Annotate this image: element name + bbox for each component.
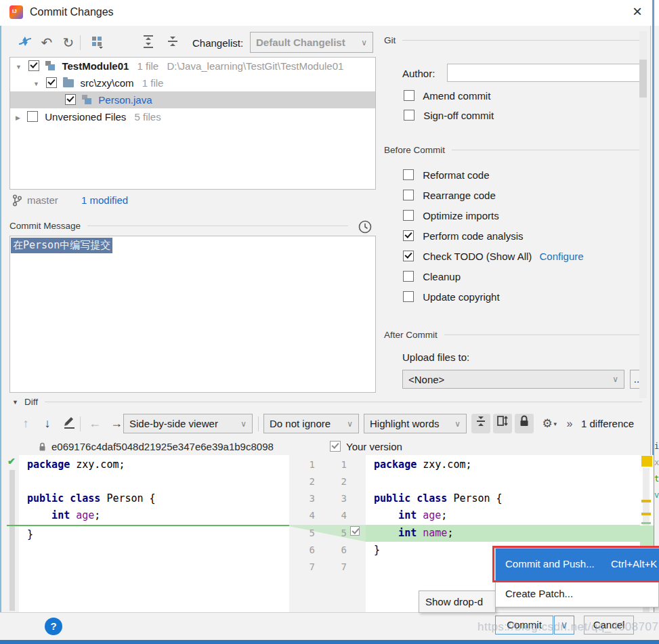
expand-triangle-icon[interactable]: ▶ — [16, 114, 20, 121]
diff-left-pane[interactable]: package zxy.com; public class Person { i… — [19, 455, 289, 613]
reformat-checkbox[interactable] — [403, 169, 414, 180]
rollback-icon[interactable]: ↶ — [38, 34, 56, 51]
commit-message-input[interactable]: 在Person中编写提交 — [9, 236, 376, 393]
commit-message-header: Commit Message — [9, 221, 348, 231]
amend-checkbox[interactable] — [404, 90, 414, 101]
right-line-number: 3 — [326, 490, 347, 507]
cleanup-checkbox[interactable] — [403, 271, 414, 282]
edit-source-icon[interactable] — [60, 414, 79, 433]
amend-commit-option[interactable]: Amend commit — [404, 90, 490, 105]
git-section-title: Git — [384, 35, 396, 45]
stripe-yellow-mark[interactable] — [641, 500, 651, 502]
git-section-header: Git — [384, 35, 641, 45]
modified-count-link[interactable]: 1 modified — [81, 194, 128, 206]
collapse-triangle-icon[interactable]: ▼ — [33, 81, 39, 87]
close-icon[interactable]: × — [626, 1, 649, 22]
analysis-checkbox[interactable] — [403, 230, 414, 241]
right-line-number: 2 — [326, 473, 347, 490]
edge-fragment: v — [654, 490, 659, 500]
analysis-label: Perform code analysis — [423, 230, 523, 242]
tree-row-package[interactable]: ▼ src\zxy\com 1 file — [10, 74, 375, 91]
lock-icon[interactable] — [515, 414, 534, 433]
stripe-yellow-mark[interactable] — [641, 513, 651, 515]
optimize-label: Optimize imports — [423, 210, 499, 221]
copyright-label: Update copyright — [423, 291, 499, 303]
refresh-icon[interactable]: ↻ — [60, 34, 77, 51]
unversioned-checkbox[interactable] — [27, 111, 38, 122]
option-cleanup[interactable]: Cleanup — [403, 271, 461, 286]
diff-collapse-triangle-icon[interactable]: ▼ — [12, 399, 18, 406]
diff-gutter: 1 2 3 4 5 6 7 1 2 3 4 5 6 7 — [289, 455, 366, 613]
left-line-number: 3 — [295, 490, 315, 507]
commit-button-tooltip: Show drop-d — [419, 591, 496, 613]
upload-target-dropdown[interactable]: <None> ∨ — [402, 370, 624, 389]
readonly-lock-icon — [38, 442, 47, 454]
changelist-value: Default Changelist — [256, 37, 345, 48]
include-change-checkbox[interactable] — [350, 526, 360, 536]
previous-difference-icon[interactable]: ↑ — [16, 414, 35, 433]
tree-row-unversioned[interactable]: ▶ Unversioned Files 5 files — [10, 108, 375, 125]
group-by-icon[interactable] — [88, 34, 106, 51]
collapse-triangle-icon[interactable]: ▼ — [16, 64, 22, 70]
edge-fragment: i — [654, 442, 659, 451]
options-scrollbar-track[interactable] — [639, 31, 647, 398]
menu-item-create-patch[interactable]: Create Patch... — [496, 582, 659, 607]
commit-changes-dialog: Commit Changes × ↶ ↻ — [0, 0, 659, 644]
author-field[interactable] — [447, 64, 646, 82]
whitespace-dropdown[interactable]: Do not ignore ∨ — [263, 414, 359, 433]
more-actions-icon[interactable]: » — [564, 414, 576, 433]
toolbar-separator — [258, 416, 259, 431]
signoff-commit-option[interactable]: Sign-off commit — [404, 110, 494, 125]
viewer-mode-dropdown[interactable]: Side-by-side viewer ∨ — [123, 414, 253, 433]
tree-row-module[interactable]: ▼ TestModule01 1 file D:\Java_learning\T… — [10, 58, 375, 74]
package-checkbox[interactable] — [46, 77, 57, 88]
option-reformat-code[interactable]: Reformat code — [403, 169, 490, 184]
message-history-icon[interactable] — [358, 219, 373, 236]
sync-scroll-icon[interactable] — [493, 414, 512, 433]
left-revision-hash: e069176c4daf5048d21925e347e6e39a1b9c8098 — [51, 441, 274, 452]
collapse-all-icon[interactable] — [164, 34, 182, 51]
left-line-number: 7 — [295, 559, 315, 576]
after-commit-header: After Commit — [384, 330, 641, 340]
options-scrollbar-thumb[interactable] — [639, 60, 647, 98]
highlight-mode-dropdown[interactable]: Highlight words ∨ — [364, 414, 467, 433]
optimize-checkbox[interactable] — [403, 210, 414, 221]
after-commit-title: After Commit — [384, 330, 438, 340]
copyright-checkbox[interactable] — [403, 291, 414, 302]
watermark-text: https://blog.csdn.net/qq_46087070 — [477, 620, 659, 634]
todo-checkbox[interactable] — [403, 251, 414, 261]
module-name: TestModule01 — [62, 60, 129, 72]
module-file-count: 1 file — [137, 60, 159, 72]
expand-all-icon[interactable] — [140, 34, 157, 51]
viewer-mode-value: Side-by-side viewer — [129, 418, 218, 429]
next-difference-icon[interactable]: ↓ — [38, 414, 57, 433]
file-checkbox[interactable] — [65, 94, 76, 105]
java-file-icon — [82, 95, 92, 105]
show-diff-icon[interactable] — [16, 34, 34, 51]
intellij-logo-icon — [9, 5, 23, 19]
tree-row-file-selected[interactable]: Person.java — [10, 91, 375, 108]
option-check-todo[interactable]: Check TODO (Show All) Configure — [403, 251, 584, 265]
option-optimize-imports[interactable]: Optimize imports — [403, 210, 499, 225]
diff-settings-gear-icon[interactable]: ⚙▼ — [538, 414, 562, 433]
previous-change-icon[interactable]: ← — [85, 414, 104, 433]
left-pane-scrollbar[interactable] — [9, 470, 15, 611]
option-code-analysis[interactable]: Perform code analysis — [403, 230, 524, 245]
your-version-checkbox[interactable] — [330, 441, 341, 452]
right-line-number: 4 — [326, 507, 347, 524]
toolbar-separator — [80, 416, 81, 431]
stripe-change-square[interactable] — [641, 456, 652, 467]
difference-count: 1 difference — [581, 418, 634, 429]
left-line-number: 4 — [295, 507, 315, 524]
module-checkbox[interactable] — [28, 60, 39, 71]
option-rearrange-code[interactable]: Rearrange code — [403, 190, 496, 205]
option-update-copyright[interactable]: Update copyright — [403, 291, 500, 306]
collapse-unchanged-icon[interactable] — [471, 414, 490, 433]
stripe-green-mark[interactable] — [641, 522, 651, 524]
configure-link[interactable]: Configure — [540, 251, 584, 262]
changelist-dropdown[interactable]: Default Changelist ∨ — [250, 32, 373, 53]
rearrange-checkbox[interactable] — [403, 190, 414, 200]
signoff-checkbox[interactable] — [404, 110, 414, 121]
help-button[interactable]: ? — [45, 618, 62, 635]
annotation-highlight-box — [492, 546, 659, 582]
